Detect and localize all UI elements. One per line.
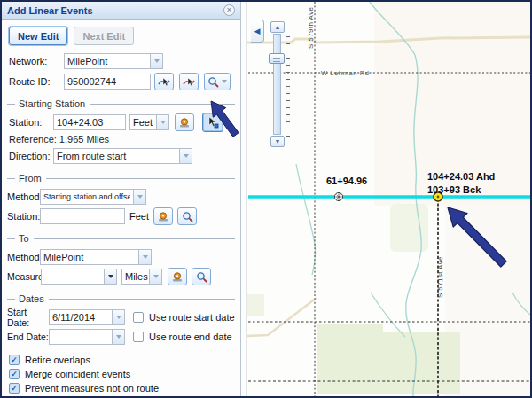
chevron-down-icon	[160, 121, 166, 124]
pick-station-on-map-button[interactable]	[202, 113, 223, 132]
from-station-row: Station: Feet	[7, 207, 235, 225]
map-view[interactable]: 61+94.96 104+24.03 Ahd 103+93 Bck W Lehm…	[241, 2, 530, 396]
edit-options: ✓ Retire overlaps ✓ Merge coincident eve…	[9, 354, 233, 394]
road-label-horizontal: W Lehman Rd	[321, 69, 370, 77]
creek-line	[296, 164, 316, 275]
field-polygon	[317, 324, 460, 394]
to-method-combo[interactable]	[40, 249, 139, 265]
measure-label-ahead: 104+24.03 Ahd	[427, 171, 495, 182]
to-legend: To	[7, 233, 235, 244]
from-legend: From	[7, 173, 235, 183]
retire-overlaps-label: Retire overlaps	[25, 355, 90, 365]
from-method-trigger[interactable]	[134, 189, 146, 205]
merge-coincident-checkbox[interactable]: ✓	[9, 369, 20, 379]
station-label: Station:	[9, 117, 53, 128]
start-date-label: Start Date:	[7, 307, 49, 328]
to-method-row: Method:	[7, 248, 235, 266]
direction-dropdown-trigger[interactable]	[180, 148, 192, 164]
road-label-vertical-right: S 571st Ave	[436, 256, 444, 298]
add-linear-events-panel: Add Linear Events × New Edit Next Edit N…	[2, 2, 241, 396]
starting-station-input[interactable]	[53, 114, 126, 130]
chevron-down-icon	[153, 275, 159, 278]
to-measure-combo[interactable]	[41, 269, 105, 285]
from-station-label: Station:	[7, 211, 40, 222]
chevron-down-icon	[137, 195, 143, 199]
use-route-start-date-checkbox[interactable]	[133, 312, 144, 323]
to-method-trigger[interactable]	[139, 249, 152, 265]
chevron-down-icon	[108, 275, 113, 278]
network-combo[interactable]	[64, 53, 151, 69]
chevron-down-icon	[154, 59, 160, 63]
select-route-on-map-button[interactable]	[154, 73, 174, 90]
to-unit-trigger[interactable]	[150, 269, 162, 285]
start-date-row: Start Date: Use route start date	[7, 308, 235, 326]
clear-route-icon	[183, 75, 195, 88]
chevron-down-icon	[184, 154, 189, 158]
to-search-button[interactable]	[192, 268, 211, 285]
panel-collapse-button[interactable]: ◀	[251, 20, 264, 43]
end-date-trigger[interactable]	[113, 329, 125, 345]
from-search-button[interactable]	[177, 207, 197, 225]
start-date-input[interactable]	[49, 309, 113, 325]
screenshot-frame: Add Linear Events × New Edit Next Edit N…	[0, 0, 532, 398]
use-route-end-date-label: Use route end date	[149, 332, 232, 342]
new-edit-button[interactable]: New Edit	[9, 27, 67, 45]
to-datum-button[interactable]	[168, 268, 187, 285]
from-datum-button[interactable]	[153, 207, 173, 225]
to-measure-trigger[interactable]	[105, 269, 117, 285]
station-unit-trigger[interactable]	[157, 114, 169, 130]
select-route-icon	[158, 75, 170, 88]
network-dropdown-trigger[interactable]	[151, 53, 163, 69]
to-measure-label: Measure:	[7, 271, 41, 282]
magnifier-icon	[182, 211, 193, 222]
edit-toolbar: New Edit Next Edit	[9, 27, 233, 45]
datum-point-icon	[178, 117, 191, 129]
end-date-row: End Date: Use route end date	[7, 328, 235, 346]
start-date-trigger[interactable]	[113, 309, 125, 325]
datum-point-icon	[157, 211, 169, 222]
next-edit-button: Next Edit	[74, 27, 134, 45]
zoom-out-button[interactable]: ▼	[270, 136, 285, 147]
station-reference-marker	[334, 192, 342, 200]
direction-row: Direction:	[9, 147, 233, 165]
network-label: Network:	[9, 56, 64, 66]
reference-text: Reference: 1.965 Miles	[9, 134, 233, 144]
pick-station-icon	[207, 116, 219, 129]
zoom-slider-track[interactable]	[273, 34, 281, 135]
dates-legend: Dates	[7, 293, 235, 304]
from-method-combo[interactable]	[40, 189, 134, 205]
road-label-vertical-top: S 579th Ave	[307, 6, 315, 49]
use-route-end-date-checkbox[interactable]	[133, 332, 144, 342]
retire-overlaps-option: ✓ Retire overlaps	[9, 354, 233, 366]
merge-coincident-option: ✓ Merge coincident events	[9, 368, 233, 380]
from-method-label: Method:	[7, 191, 40, 202]
prevent-measures-checkbox[interactable]: ✓	[9, 383, 20, 394]
zoom-slider-handle[interactable]	[269, 53, 285, 64]
to-method-label: Method:	[7, 252, 40, 262]
route-id-input[interactable]	[64, 74, 151, 90]
starting-station-row: Station: Feet	[9, 113, 233, 131]
to-measure-unit: Miles	[121, 269, 150, 285]
station-datum-button[interactable]	[175, 113, 194, 131]
measure-label-left: 61+94.96	[326, 176, 367, 186]
zoom-slider-ticks	[286, 36, 290, 137]
to-measure-row: Measure: Miles	[7, 268, 235, 285]
panel-header: Add Linear Events ×	[2, 2, 240, 20]
from-station-input[interactable]	[40, 208, 125, 224]
chevron-down-icon	[116, 335, 121, 339]
zoom-in-button[interactable]: ▲	[270, 21, 285, 33]
starting-station-legend: Starting Station	[7, 98, 235, 109]
end-date-input[interactable]	[49, 329, 113, 345]
route-search-menu-button[interactable]	[204, 73, 231, 90]
close-icon[interactable]: ×	[223, 4, 235, 16]
route-id-row: Route ID:	[9, 73, 233, 90]
from-station-unit: Feet	[129, 211, 149, 222]
datum-point-icon	[171, 271, 184, 283]
direction-combo[interactable]	[53, 148, 180, 164]
network-row: Network:	[9, 52, 233, 70]
field-polygon	[247, 294, 264, 316]
clear-route-selection-button[interactable]	[179, 73, 199, 90]
route-id-label: Route ID:	[9, 76, 64, 87]
retire-overlaps-checkbox[interactable]: ✓	[9, 355, 20, 365]
chevron-down-icon	[222, 80, 227, 83]
